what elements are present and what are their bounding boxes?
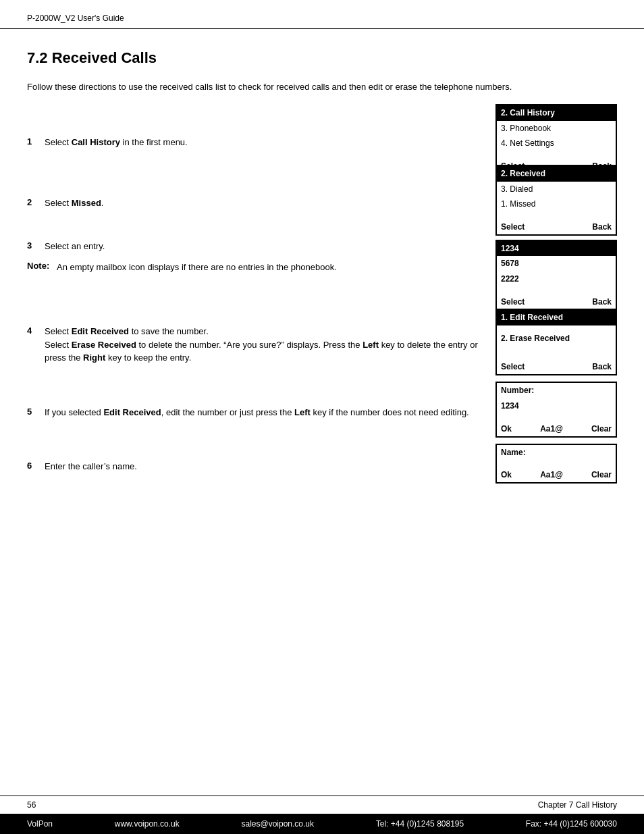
panel-2-wrapper: 2. Received 3. Dialed 1. Missed Select B… [495,174,617,234]
panel-5-wrapper: Number: 1234 Ok Aa1@ Clear [495,383,617,444]
panel-3-footer: Select Back [497,295,616,309]
panel-number-entry: Number: 1234 Ok Aa1@ Clear [495,382,617,438]
panel-4-row-1: 2. Erase Received [497,331,616,346]
panel-4-back: Back [592,362,612,371]
step-3-text: Select an entry. [45,240,482,253]
step-1-block: 1 Select Call History in the first menu. [27,113,482,174]
step-2-text: Select Missed. [45,197,482,210]
panel-4-highlight: 1. Edit Received [497,310,616,325]
step-6: 6 Enter the caller’s name. [27,460,482,473]
panel-5-ok: Ok [501,424,512,434]
panel-name-entry: Name: Ok Aa1@ Clear [495,444,617,484]
step-4-number: 4 [27,325,41,336]
step-2-block: 2 Select Missed. [27,174,482,234]
panel-5-clear: Clear [591,424,612,434]
footer-email: sales@voipon.co.uk [241,819,314,829]
footer-top: 56 Chapter 7 Call History [0,796,644,814]
panel-4-select: Select [501,362,525,371]
step-3: 3 Select an entry. [27,240,482,253]
panel-1-row-1: 3. Phonebook [497,121,616,136]
step-4: 4 Select Edit Received to save the numbe… [27,325,482,365]
page-number: 56 [27,800,36,810]
panel-2-row-1: 3. Dialed [497,182,616,197]
panel-received: 2. Received 3. Dialed 1. Missed Select B… [495,165,617,236]
step-4-block: 4 Select Edit Received to save the numbe… [27,309,482,383]
note-label: Note: [27,261,54,274]
intro-text: Follow these directions to use the recei… [27,80,617,94]
panel-2-back: Back [592,222,612,232]
panel-5-aa1: Aa1@ [540,424,563,434]
step-5-number: 5 [27,406,41,417]
panel-2-highlight: 2. Received [497,166,616,182]
step-6-number: 6 [27,460,41,471]
footer-bottom: VolPon www.voipon.co.uk sales@voipon.co.… [0,814,644,834]
panel-2-footer: Select Back [497,220,616,234]
step-2: 2 Select Missed. [27,197,482,210]
panel-1-row-2: 4. Net Settings [497,136,616,151]
panel-entries: 1234 5678 2222 Select Back [495,240,617,311]
panel-5-label: Number: [497,383,616,398]
panel-6-footer: Ok Aa1@ Clear [497,468,616,482]
note-text: An empty mailbox icon displays if there … [57,261,337,274]
panel-3-row-2: 2222 [497,271,616,287]
step-1-text: Select Call History in the first menu. [45,136,482,149]
step-2-number: 2 [27,197,41,207]
panel-6-clear: Clear [591,470,612,479]
steps-column: 1 Select Call History in the first menu.… [27,113,495,491]
chapter-title: 7.2 Received Calls [27,49,617,67]
panel-6-wrapper: Name: Ok Aa1@ Clear [495,444,617,491]
footer-website: www.voipon.co.uk [115,819,180,829]
footer-company: VolPon [27,819,53,829]
step-6-text: Enter the caller’s name. [45,460,482,473]
step-3-number: 3 [27,240,41,251]
panel-4-footer: Select Back [497,360,616,374]
step-1: 1 Select Call History in the first menu. [27,136,482,149]
page-header: P-2000W_V2 User's Guide [0,0,644,29]
step-6-block: 6 Enter the caller’s name. [27,444,482,491]
panel-1-highlight: 2. Call History [497,105,616,121]
step-3-block: 3 Select an entry. Note: An empty mailbo… [27,234,482,309]
step-5-block: 5 If you selected Edit Received, edit th… [27,383,482,444]
panel-edit-erase: 1. Edit Received 2. Erase Received Selec… [495,309,617,375]
panels-column: 2. Call History 3. Phonebook 4. Net Sett… [495,113,617,491]
step-4-text: Select Edit Received to save the number.… [45,325,482,365]
panel-6-ok: Ok [501,470,512,479]
panel-6-label: Name: [497,445,616,461]
panel-2-row-2: 1. Missed [497,197,616,212]
note-block: Note: An empty mailbox icon displays if … [27,261,482,274]
step-1-number: 1 [27,136,41,147]
step-5-text: If you selected Edit Received, edit the … [45,406,482,419]
steps-panels-wrapper: 1 Select Call History in the first menu.… [27,113,617,491]
panel-3-highlight: 1234 [497,241,616,257]
main-content: 7.2 Received Calls Follow these directio… [0,29,644,504]
footer-tel: Tel: +44 (0)1245 808195 [376,819,464,829]
header-title: P-2000W_V2 User's Guide [27,14,124,23]
panel-5-footer: Ok Aa1@ Clear [497,422,616,436]
panel-6-aa1: Aa1@ [540,470,563,479]
step-5: 5 If you selected Edit Received, edit th… [27,406,482,419]
panel-3-row-1: 5678 [497,256,616,271]
panel-3-select: Select [501,297,525,307]
panel-3-wrapper: 1234 5678 2222 Select Back [495,234,617,309]
page-footer: 56 Chapter 7 Call History VolPon www.voi… [0,796,644,834]
panel-3-back: Back [592,297,612,307]
footer-fax: Fax: +44 (0)1245 600030 [526,819,617,829]
chapter-ref: Chapter 7 Call History [538,800,617,810]
panel-2-select: Select [501,222,525,232]
panel-4-wrapper: 1. Edit Received 2. Erase Received Selec… [495,309,617,383]
panel-5-value: 1234 [497,398,616,414]
